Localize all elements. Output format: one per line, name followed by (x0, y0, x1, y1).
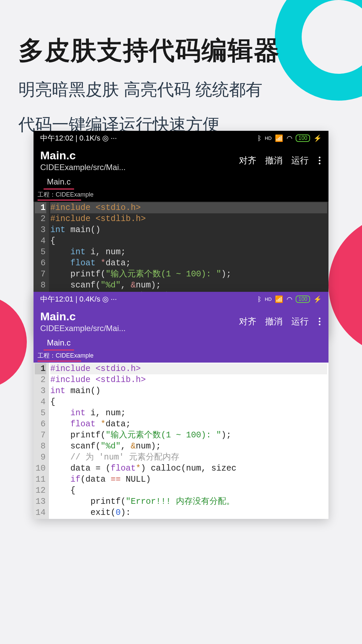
wifi-icon: ◠ (287, 134, 292, 142)
status-time: 中午12:02 (40, 133, 73, 143)
headline: 多皮肤支持代码编辑器 明亮暗黑皮肤 高亮代码 统统都有 代码一键编译运行快速方便 (18, 34, 280, 138)
project-label: 工程：CIDEExample (34, 351, 328, 363)
bluetooth-icon: ᛒ (257, 296, 261, 303)
decorative-circle-pink-left (0, 295, 27, 389)
more-icon: ··· (111, 134, 117, 143)
charging-icon: ⚡ (313, 134, 322, 142)
file-path: CIDEExample/src/Mai... (40, 324, 239, 333)
decorative-circle-cyan (275, 0, 362, 101)
run-button[interactable]: 运行 (291, 316, 309, 327)
headline-sub1: 明亮暗黑皮肤 高亮代码 统统都有 (18, 76, 280, 103)
nfc-icon: ◎ (102, 295, 109, 304)
signal-icon: 📶 (275, 134, 283, 142)
tab-bar: Main.c (34, 177, 328, 190)
line-gutter: 1 2 3 4 5 6 7 8 9 10 11 12 13 14 (34, 363, 49, 519)
overflow-menu-icon[interactable] (317, 155, 322, 166)
phone-light: 中午12:01 | 0.4K/s ◎ ··· ᛒ HD 📶 ◠ 100 ⚡ Ma… (34, 292, 328, 519)
status-bar: 中午12:01 | 0.4K/s ◎ ··· ᛒ HD 📶 ◠ 100 ⚡ (34, 292, 328, 307)
charging-icon: ⚡ (313, 295, 322, 303)
headline-title: 多皮肤支持代码编辑器 (18, 34, 280, 68)
overflow-menu-icon[interactable] (317, 316, 322, 327)
align-button[interactable]: 对齐 (239, 155, 256, 166)
tab-main-c[interactable]: Main.c (44, 177, 74, 190)
status-bar: 中午12:02 | 0.1K/s ◎ ··· ᛒ HD 📶 ◠ 100 ⚡ (34, 131, 328, 146)
signal-icon: 📶 (275, 295, 283, 303)
battery-icon: 100 (296, 135, 310, 142)
align-button[interactable]: 对齐 (239, 316, 256, 327)
tab-main-c[interactable]: Main.c (44, 338, 74, 351)
status-time: 中午12:01 (40, 294, 73, 304)
code-body[interactable]: #include <stdio.h>#include <stdlib.h> in… (49, 363, 328, 519)
more-icon: ··· (111, 295, 117, 304)
code-editor[interactable]: 1 2 3 4 5 6 7 8 9 10 11 12 13 14 #includ… (34, 363, 328, 519)
status-net: 0.4K/s (79, 295, 100, 304)
hd-icon: HD (265, 136, 272, 141)
file-path: CIDEExample/src/Mai... (40, 163, 239, 172)
status-net: 0.1K/s (79, 134, 100, 143)
undo-button[interactable]: 撤消 (265, 316, 283, 327)
file-title: Main.c (40, 310, 239, 323)
file-title: Main.c (40, 149, 239, 162)
run-button[interactable]: 运行 (291, 155, 309, 166)
project-label: 工程：CIDEExample (34, 190, 328, 202)
tab-bar: Main.c (34, 338, 328, 351)
decorative-circle-pink-right (328, 215, 362, 356)
nfc-icon: ◎ (102, 134, 109, 143)
hd-icon: HD (265, 297, 272, 302)
battery-icon: 100 (296, 296, 310, 303)
bluetooth-icon: ᛒ (257, 135, 261, 142)
app-toolbar: Main.c CIDEExample/src/Mai... 对齐 撤消 运行 (34, 307, 328, 338)
app-toolbar: Main.c CIDEExample/src/Mai... 对齐 撤消 运行 (34, 146, 328, 177)
wifi-icon: ◠ (287, 295, 292, 303)
undo-button[interactable]: 撤消 (265, 155, 283, 166)
